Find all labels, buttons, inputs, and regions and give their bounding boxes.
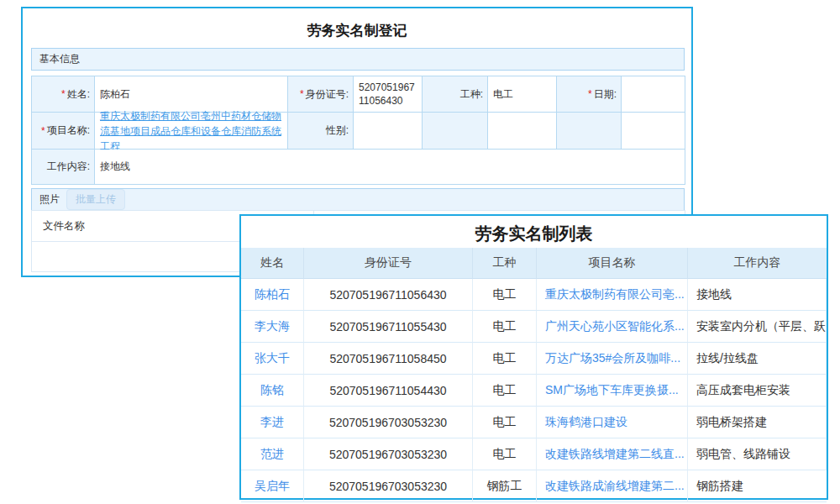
table-row-id: 520705196711056430 <box>304 279 473 311</box>
table-row-worktype: 电工 <box>473 279 537 311</box>
required-asterisk: * <box>61 88 66 100</box>
table-row-id: 520705196711054430 <box>304 375 473 407</box>
table-row-worktype: 电工 <box>473 407 537 438</box>
worktype-label: 工种: <box>423 76 488 113</box>
empty-label-cell <box>557 113 622 150</box>
required-asterisk: * <box>41 125 45 137</box>
table-row-id: 520705196703053230 <box>304 407 473 438</box>
column-header-name[interactable]: 姓名 <box>241 248 304 279</box>
id-number-field[interactable]: 520705196711056430 <box>354 76 423 113</box>
table-row-id: 520705196703053230 <box>304 470 473 502</box>
empty-label-cell <box>423 113 488 150</box>
basic-info-label: 基本信息 <box>39 53 80 65</box>
required-asterisk: * <box>588 88 592 100</box>
project-name-label: *项目名称: <box>32 113 95 150</box>
table-row-work: 接地线 <box>688 279 827 311</box>
labor-list-panel: 劳务实名制列表 姓名 身份证号 工种 项目名称 工作内容 陈柏石 5207051… <box>239 214 828 500</box>
table-row-project-link[interactable]: 万达广场35#会所及咖啡... <box>537 343 688 375</box>
table-row-worktype: 电工 <box>473 375 537 407</box>
empty-value-cell <box>622 113 685 150</box>
batch-upload-button[interactable]: 批量上传 <box>66 189 125 210</box>
project-name-link[interactable]: 重庆太极制药有限公司亳州中药材仓储物流基地项目成品仓库和设备仓库消防系统工程 <box>100 108 282 154</box>
table-row-project-link[interactable]: 改建铁路成渝线增建第二... <box>537 470 688 502</box>
project-name-field: 重庆太极制药有限公司亳州中药材仓储物流基地项目成品仓库和设备仓库消防系统工程 <box>95 113 288 150</box>
date-field[interactable] <box>622 76 685 113</box>
table-row-work: 安装室内分机（平层、跃... <box>688 311 827 343</box>
table-row-name-link[interactable]: 陈铭 <box>241 375 304 407</box>
table-row-project-link[interactable]: 重庆太极制药有限公司亳... <box>537 279 688 311</box>
date-label: *日期: <box>557 76 622 113</box>
table-row-work: 钢筋搭建 <box>688 470 827 502</box>
column-header-project[interactable]: 项目名称 <box>537 248 688 279</box>
work-content-label: 工作内容: <box>32 150 95 185</box>
id-number-label: *身份证号: <box>288 76 354 113</box>
table-row-name-link[interactable]: 吴启年 <box>241 470 304 502</box>
table-row-name-link[interactable]: 陈柏石 <box>241 279 304 311</box>
table-row-id: 520705196703053230 <box>304 438 473 470</box>
gender-label: 性别: <box>288 113 354 150</box>
gender-field[interactable] <box>354 113 423 150</box>
table-row-name-link[interactable]: 李大海 <box>241 311 304 343</box>
table-row-worktype: 电工 <box>473 343 537 375</box>
empty-value-cell <box>488 113 557 150</box>
table-row-worktype: 电工 <box>473 438 537 470</box>
form-title: 劳务实名制登记 <box>23 8 691 46</box>
table-row-name-link[interactable]: 李进 <box>241 407 304 438</box>
table-row-worktype: 电工 <box>473 311 537 343</box>
photo-label: 照片 <box>39 192 60 207</box>
name-label: *姓名: <box>32 76 95 113</box>
list-title: 劳务实名制列表 <box>241 216 827 248</box>
table-row-project-link[interactable]: 改建铁路线增建第二线直... <box>537 438 688 470</box>
required-asterisk: * <box>300 88 304 100</box>
table-row-work: 弱电管、线路铺设 <box>688 438 827 470</box>
column-header-worktype[interactable]: 工种 <box>473 248 537 279</box>
column-header-id[interactable]: 身份证号 <box>304 248 473 279</box>
list-body: 陈柏石 520705196711056430 电工 重庆太极制药有限公司亳...… <box>241 279 827 502</box>
table-row-project-link[interactable]: SM广场地下车库更换摄... <box>537 375 688 407</box>
photo-section-header: 照片 批量上传 <box>31 188 685 211</box>
column-header-work[interactable]: 工作内容 <box>688 248 827 279</box>
table-row-worktype: 钢筋工 <box>473 470 537 502</box>
work-content-field[interactable]: 接地线 <box>95 150 685 185</box>
table-row-id: 520705196711058450 <box>304 343 473 375</box>
worktype-field[interactable]: 电工 <box>488 76 557 113</box>
basic-info-grid: *姓名: 陈柏石 *身份证号: 520705196711056430 工种: 电… <box>31 76 685 185</box>
list-header-row: 姓名 身份证号 工种 项目名称 工作内容 <box>241 248 827 279</box>
table-row-project-link[interactable]: 珠海鹤港口建设 <box>537 407 688 438</box>
table-row-project-link[interactable]: 广州天心苑小区智能化系... <box>537 311 688 343</box>
table-row-work: 高压成套电柜安装 <box>688 375 827 407</box>
table-row-id: 520705196711055430 <box>304 311 473 343</box>
table-row-name-link[interactable]: 张大千 <box>241 343 304 375</box>
table-row-work: 拉线/拉线盘 <box>688 343 827 375</box>
table-row-work: 弱电桥架搭建 <box>688 407 827 438</box>
basic-info-section-header: 基本信息 <box>31 48 685 71</box>
table-row-name-link[interactable]: 范进 <box>241 438 304 470</box>
